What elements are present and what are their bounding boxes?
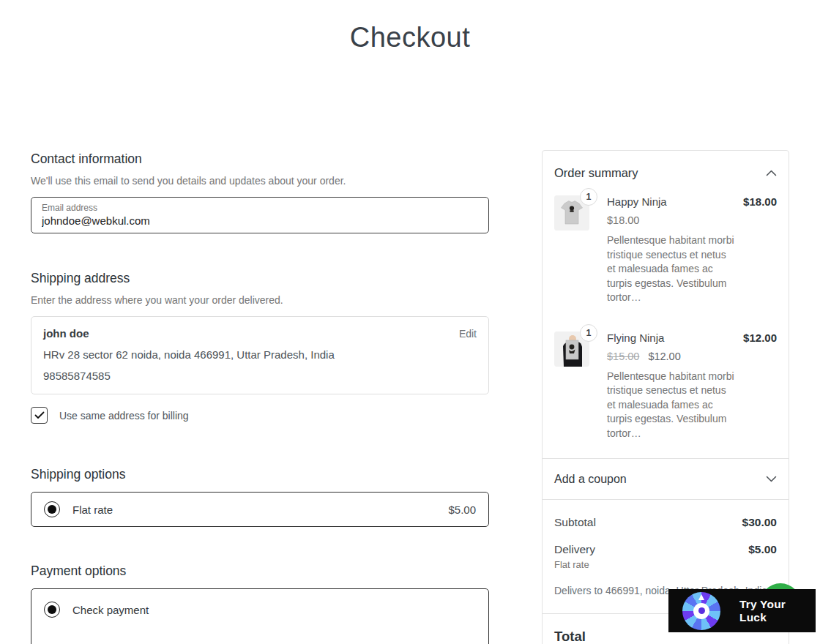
add-coupon-toggle[interactable]: Add a coupon bbox=[543, 459, 789, 499]
shipping-options-heading: Shipping options bbox=[31, 467, 489, 482]
edit-address-link[interactable]: Edit bbox=[459, 328, 477, 340]
order-summary-panel: Order summary 1 bbox=[542, 150, 789, 644]
item-name: Happy Ninja bbox=[607, 195, 667, 208]
billing-same-address-checkbox[interactable] bbox=[31, 407, 48, 424]
shipping-option-flat-rate[interactable]: Flat rate $5.00 bbox=[31, 492, 489, 527]
payment-options-section: Payment options Check payment bbox=[31, 564, 489, 644]
item-quantity-badge: 1 bbox=[580, 324, 597, 342]
chevron-down-icon bbox=[766, 476, 777, 482]
radio-selected-icon bbox=[44, 602, 60, 618]
item-line-total: $12.00 bbox=[743, 332, 777, 344]
delivery-method: Flat rate bbox=[554, 559, 777, 570]
item-quantity-badge: 1 bbox=[580, 188, 597, 206]
contact-information-section: Contact information We'll use this email… bbox=[31, 151, 489, 233]
email-field[interactable]: Email address bbox=[31, 197, 489, 233]
item-regular-price: $15.00 bbox=[607, 351, 639, 362]
try-your-luck-label: Try Your Luck bbox=[739, 598, 816, 624]
shipping-options-section: Shipping options Flat rate $5.00 bbox=[31, 467, 489, 527]
item-line-total: $18.00 bbox=[743, 195, 777, 208]
subtotal-value: $30.00 bbox=[742, 516, 777, 529]
delivery-value: $5.00 bbox=[748, 543, 777, 556]
shipping-address-line: HRv 28 sector 62 noida, noida 466991, Ut… bbox=[43, 348, 477, 361]
item-name: Flying Ninja bbox=[607, 332, 664, 344]
shipping-address-description: Enter the address where you want your or… bbox=[31, 294, 489, 306]
subtotal-label: Subtotal bbox=[554, 516, 596, 529]
delivery-label: Delivery bbox=[554, 543, 595, 556]
shipping-address-section: Shipping address Enter the address where… bbox=[31, 271, 489, 424]
shipping-address-heading: Shipping address bbox=[31, 271, 489, 286]
chevron-up-icon bbox=[766, 170, 777, 176]
contact-information-heading: Contact information bbox=[31, 151, 489, 167]
shipping-address-phone: 98585874585 bbox=[43, 370, 477, 382]
item-description: Pellentesque habitant morbi tristique se… bbox=[607, 370, 737, 441]
order-item-flying-ninja: 1 Flying Ninja $12.00 $15.00 $12.00 Pell… bbox=[554, 332, 777, 441]
page-title: Checkout bbox=[0, 22, 820, 53]
payment-option-check-payment[interactable]: Check payment bbox=[31, 588, 489, 644]
order-item-happy-ninja: 1 Happy Ninja $18.00 $18.00 Pellentesque… bbox=[554, 195, 777, 305]
email-field-label: Email address bbox=[42, 203, 478, 213]
item-unit-price: $18.00 bbox=[607, 214, 777, 226]
shipping-address-name: john doe bbox=[43, 327, 89, 340]
payment-option-label: Check payment bbox=[72, 604, 149, 616]
try-your-luck-button[interactable]: Try Your Luck bbox=[668, 589, 816, 632]
shipping-option-price: $5.00 bbox=[448, 503, 476, 516]
order-summary-heading: Order summary bbox=[554, 166, 638, 180]
item-description: Pellentesque habitant morbi tristique se… bbox=[607, 233, 737, 305]
total-label: Total bbox=[554, 629, 586, 644]
billing-same-address-label[interactable]: Use same address for billing bbox=[59, 410, 189, 422]
billing-same-address-row: Use same address for billing bbox=[31, 407, 489, 424]
checkout-page: Checkout Contact information We'll use t… bbox=[0, 0, 820, 644]
order-items-list: 1 Happy Ninja $18.00 $18.00 Pellentesque… bbox=[543, 195, 789, 441]
payment-options-heading: Payment options bbox=[31, 564, 489, 579]
contact-information-description: We'll use this email to send you details… bbox=[31, 175, 489, 187]
shipping-address-card: john doe Edit HRv 28 sector 62 noida, no… bbox=[31, 316, 489, 394]
order-summary-toggle[interactable]: Order summary bbox=[543, 151, 789, 180]
checkmark-icon bbox=[34, 411, 45, 419]
radio-selected-icon bbox=[44, 501, 60, 517]
item-sale-price: $12.00 bbox=[648, 351, 680, 362]
email-input[interactable] bbox=[42, 214, 478, 227]
add-coupon-label: Add a coupon bbox=[554, 473, 627, 486]
shipping-option-label: Flat rate bbox=[72, 503, 113, 516]
prize-wheel-icon bbox=[682, 592, 720, 630]
